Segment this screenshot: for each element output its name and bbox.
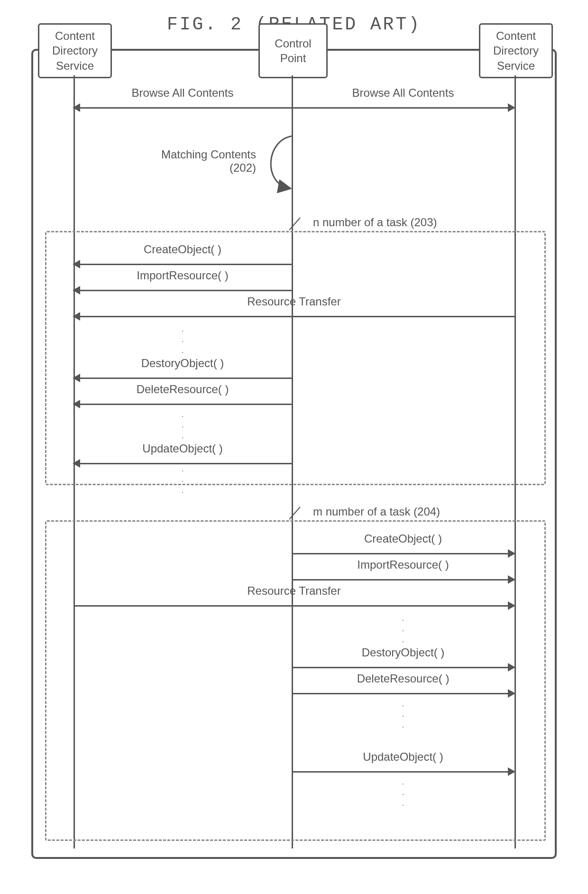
- actor-control-point: ControlPoint: [258, 23, 328, 78]
- message-label: UpdateObject( ): [74, 442, 292, 455]
- ellipsis-icon: ···: [398, 615, 408, 647]
- message-label: Matching Contents (202): [123, 148, 256, 175]
- message-label: Resource Transfer: [74, 584, 514, 598]
- message-label: Browse All Contents: [74, 86, 292, 100]
- message-resource-transfer-left: Resource Transfer: [74, 309, 514, 323]
- task-label-text: n number of a task (203): [313, 216, 437, 229]
- message-label: ImportResource( ): [292, 558, 514, 571]
- message-label: CreateObject( ): [74, 243, 292, 256]
- message-delete-resource-left: DeleteResource( ): [74, 397, 292, 411]
- ellipsis-icon: ···: [398, 700, 408, 732]
- self-message-matching-contents: Matching Contents (202): [232, 131, 299, 198]
- ellipsis-icon: ···: [398, 779, 408, 811]
- message-label: UpdateObject( ): [292, 750, 514, 764]
- message-browse-right: Browse All Contents: [292, 101, 514, 115]
- actor-label: ContentDirectoryService: [39, 28, 110, 73]
- message-label: ImportResource( ): [74, 269, 292, 282]
- message-update-object-right: UpdateObject( ): [292, 765, 514, 779]
- message-label: Resource Transfer: [74, 295, 514, 308]
- message-label: DeleteResource( ): [74, 383, 292, 396]
- ellipsis-icon: ···: [178, 466, 187, 498]
- actor-label: ContentDirectoryService: [480, 28, 551, 73]
- actor-cds-left: ContentDirectoryService: [38, 23, 112, 78]
- message-browse-left: Browse All Contents: [74, 101, 292, 115]
- message-label: DestoryObject( ): [74, 357, 292, 370]
- message-resource-transfer-right: Resource Transfer: [74, 599, 514, 613]
- actor-label: ControlPoint: [260, 36, 326, 65]
- task-n-leader: n number of a task (203): [299, 216, 437, 229]
- message-label: Browse All Contents: [292, 86, 514, 100]
- task-label-text: m number of a task (204): [313, 505, 440, 518]
- page: FIG. 2 (RELATED ART) ContentDirectorySer…: [9, 14, 579, 859]
- ellipsis-icon: ···: [178, 411, 187, 443]
- message-label: CreateObject( ): [292, 532, 514, 545]
- message-delete-resource-right: DeleteResource( ): [292, 686, 514, 700]
- message-label: DeleteResource( ): [292, 672, 514, 685]
- actor-cds-right: ContentDirectoryService: [479, 23, 553, 78]
- ellipsis-icon: ···: [178, 326, 187, 358]
- task-m-leader: m number of a task (204): [299, 505, 440, 518]
- sequence-diagram: ContentDirectoryService ControlPoint Con…: [31, 49, 557, 859]
- message-label: DestoryObject( ): [292, 646, 514, 659]
